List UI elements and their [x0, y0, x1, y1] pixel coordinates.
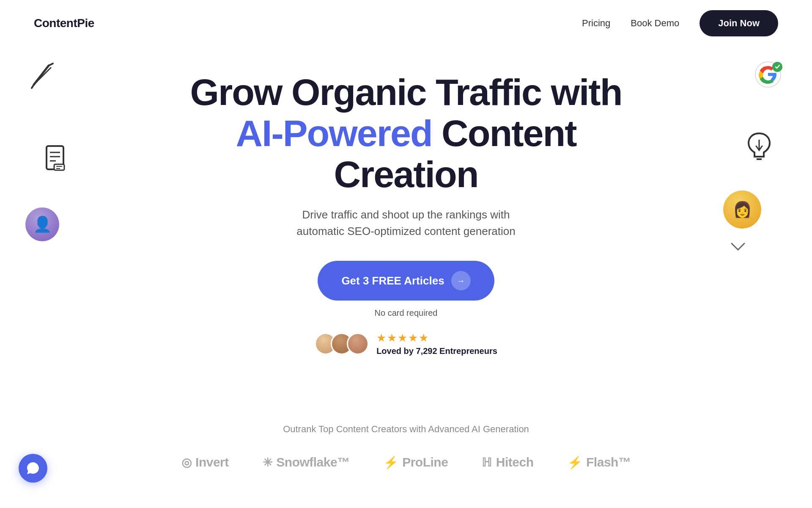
cta-button[interactable]: Get 3 FREE Articles →	[318, 261, 494, 301]
brand-invert: ◎ Invert	[181, 455, 229, 469]
brand-tagline: Outrank Top Content Creators with Advanc…	[283, 424, 529, 435]
navbar: ContentPie Pricing Book Demo Join Now	[0, 0, 812, 47]
brand-section: Outrank Top Content Creators with Advanc…	[0, 424, 812, 495]
snowflake-icon: ✳	[263, 456, 272, 469]
brand-hitech: ℍ Hitech	[482, 455, 533, 469]
pricing-link[interactable]: Pricing	[582, 18, 610, 29]
join-now-button[interactable]: Join Now	[700, 10, 778, 36]
hero-subtext: Drive traffic and shoot up the rankings …	[296, 207, 515, 240]
hero-section: Grow Organic Traffic withAI-Powered Cont…	[0, 47, 812, 390]
nav-links: Pricing Book Demo Join Now	[582, 10, 778, 36]
hitech-icon: ℍ	[482, 456, 492, 469]
hero-headline: Grow Organic Traffic withAI-Powered Cont…	[173, 72, 639, 195]
invert-icon: ◎	[181, 456, 192, 469]
brand-logos: ◎ Invert ✳ Snowflake™ ⚡ ProLine ℍ Hitech…	[34, 455, 778, 469]
brand-flash: ⚡ Flash™	[568, 455, 631, 469]
loved-text: Loved by 7,292 Entrepreneurs	[376, 346, 497, 356]
social-proof: ★★★★★ Loved by 7,292 Entrepreneurs	[315, 331, 497, 356]
avatar-group	[315, 333, 369, 355]
book-demo-link[interactable]: Book Demo	[631, 18, 679, 29]
brand-proline: ⚡ ProLine	[384, 455, 448, 469]
flash-icon: ⚡	[568, 456, 582, 469]
rating-block: ★★★★★ Loved by 7,292 Entrepreneurs	[376, 331, 497, 356]
proline-icon: ⚡	[384, 456, 398, 469]
logo: ContentPie	[34, 17, 94, 30]
stars: ★★★★★	[376, 331, 429, 345]
brand-snowflake: ✳ Snowflake™	[263, 455, 350, 469]
chat-button[interactable]	[19, 454, 47, 483]
no-card-text: No card required	[375, 308, 438, 318]
arrow-icon: →	[451, 271, 471, 290]
avatar-3	[347, 333, 369, 355]
